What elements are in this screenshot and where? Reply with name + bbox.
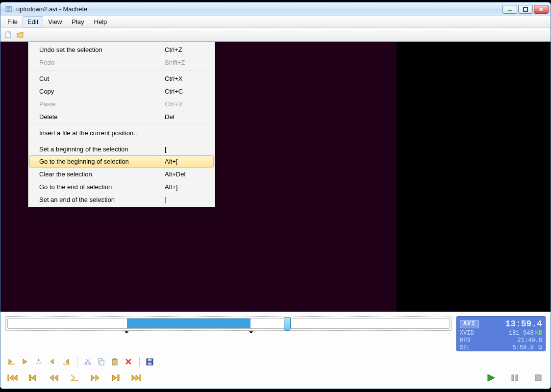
menubar: File Edit View Play Help (0, 16, 551, 28)
play-button[interactable] (484, 372, 499, 384)
sel-end-icon[interactable] (60, 356, 73, 367)
format-badge: AVI (460, 320, 479, 328)
stop-button[interactable] (531, 372, 546, 384)
menuitem-clear-the-selection[interactable]: Clear the selectionAlt+Del (29, 168, 214, 180)
new-file-icon[interactable] (3, 30, 13, 40)
menuitem-shortcut: [ (165, 146, 209, 153)
menuitem-set-a-beginning-of-the-selection[interactable]: Set a beginning of the selection[ (29, 143, 214, 155)
audio-codec: MP3 (460, 337, 471, 344)
timeline-row: ⏷ ⏷ AVI 13:59.4 XVID181 948KB MP321:40.8… (5, 316, 546, 351)
current-time: 13:59.4 (505, 318, 542, 330)
menuitem-shortcut: Alt+Del (165, 171, 209, 178)
toolbar-sep-2 (139, 357, 140, 367)
menuitem-shortcut: Alt+] (165, 183, 209, 191)
maximize-button[interactable] (518, 5, 533, 14)
forward-button[interactable] (88, 372, 102, 384)
menuitem-label: Cut (39, 75, 165, 82)
menuitem-shortcut: Ctrl+Z (165, 46, 209, 53)
timeline-wrap: ⏷ ⏷ (5, 316, 451, 331)
copy-icon[interactable] (95, 356, 108, 367)
menuitem-label: Paste (39, 100, 165, 108)
svg-rect-4 (8, 364, 15, 365)
menu-file[interactable]: File (2, 16, 23, 27)
close-button[interactable] (534, 5, 549, 14)
selection-start-marker: ⏷ (124, 329, 129, 335)
menuitem-go-to-the-beginning-of-selection[interactable]: Go to the beginning of selectionAlt+[ (29, 155, 214, 168)
toolbar-sep (77, 357, 77, 367)
paste-icon[interactable] (109, 356, 122, 367)
edit-toolbar (5, 356, 546, 367)
svg-rect-23 (535, 375, 541, 381)
menu-separator (30, 70, 213, 71)
pause-button[interactable] (507, 372, 522, 384)
menu-help[interactable]: Help (89, 16, 112, 27)
svg-rect-22 (516, 375, 518, 381)
menuitem-label: Set a beginning of the selection (39, 146, 165, 153)
menuitem-set-an-end-of-the-selection[interactable]: Set an end of the selection] (29, 193, 214, 206)
svg-rect-15 (148, 363, 151, 365)
app-window: uptodown2.avi - Machete File Edit View P… (0, 2, 551, 389)
menuitem-copy[interactable]: CopyCtrl+C (29, 85, 214, 98)
rewind-button[interactable] (47, 372, 61, 384)
menuitem-shortcut: Alt+[ (165, 158, 209, 165)
svg-rect-14 (148, 359, 151, 361)
menuitem-label: Redo (39, 59, 165, 66)
sel-start-icon[interactable] (5, 356, 18, 367)
sel-play-icon[interactable] (19, 356, 32, 367)
menu-edit[interactable]: Edit (23, 16, 43, 27)
go-start-button[interactable] (5, 372, 20, 384)
total-time: 21:40.8 (518, 337, 542, 344)
prev-key-button[interactable] (26, 372, 41, 384)
menuitem-shortcut: ] (165, 196, 209, 203)
menuitem-redo: RedoShift+Z (29, 56, 214, 69)
size-unit: KB (535, 330, 542, 337)
sel-time: 5:59.8 (513, 344, 534, 351)
playhead[interactable] (284, 317, 291, 331)
svg-rect-12 (114, 358, 116, 360)
app-icon (5, 5, 13, 13)
menuitem-shortcut: Shift+Z (165, 59, 209, 66)
step-back-button[interactable] (67, 372, 82, 384)
clear-sel-icon[interactable] (33, 356, 46, 367)
timeline-selection[interactable] (127, 318, 250, 328)
svg-rect-1 (508, 10, 512, 11)
menuitem-go-to-the-end-of-selection[interactable]: Go to the end of selectionAlt+] (29, 180, 214, 193)
menuitem-shortcut: Ctrl+V (165, 100, 209, 108)
menuitem-delete[interactable]: DeleteDel (29, 110, 214, 123)
titlebar: uptodown2.avi - Machete (0, 2, 551, 16)
svg-rect-21 (512, 375, 514, 381)
toolbar (0, 28, 551, 42)
delete-icon[interactable] (123, 356, 135, 367)
file-size: 181 948 (509, 330, 533, 337)
svg-rect-10 (100, 360, 104, 365)
go-end-button[interactable] (129, 372, 144, 384)
timeline[interactable] (7, 318, 450, 329)
cut-icon[interactable] (81, 356, 94, 367)
sel-marker-in-icon[interactable] (47, 356, 59, 367)
menuitem-label: Copy (39, 88, 165, 95)
menuitem-label: Set an end of the selection (39, 196, 165, 203)
menu-separator (30, 141, 213, 141)
svg-rect-18 (71, 380, 78, 381)
video-area: Undo set the selectionCtrl+ZRedoShift+ZC… (0, 42, 551, 312)
window-buttons (501, 5, 549, 14)
svg-rect-20 (140, 375, 141, 381)
disk-icon: 🖫 (537, 345, 542, 351)
menu-play[interactable]: Play (67, 16, 89, 27)
sel-label: SEL (460, 344, 471, 352)
menuitem-label: Delete (39, 113, 165, 121)
next-key-button[interactable] (108, 372, 123, 384)
menuitem-label: Insert a file at the current position... (39, 129, 165, 137)
svg-point-7 (85, 363, 87, 365)
menuitem-undo-set-the-selection[interactable]: Undo set the selectionCtrl+Z (29, 43, 214, 56)
svg-rect-2 (524, 7, 527, 11)
menuitem-cut[interactable]: CutCtrl+X (29, 72, 214, 85)
menuitem-label: Clear the selection (39, 171, 165, 178)
open-file-icon[interactable] (15, 30, 25, 40)
menu-view[interactable]: View (43, 16, 67, 27)
save-icon[interactable] (144, 356, 156, 367)
edit-dropdown: Undo set the selectionCtrl+ZRedoShift+ZC… (28, 42, 215, 207)
menuitem-insert-a-file-at-the-current-position[interactable]: Insert a file at the current position... (29, 126, 214, 139)
video-codec: XVID (460, 330, 474, 337)
minimize-button[interactable] (502, 5, 517, 14)
